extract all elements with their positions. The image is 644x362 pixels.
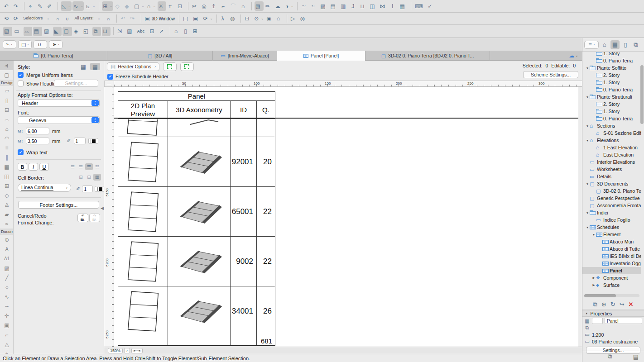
line-tool[interactable]: ╱: [0, 273, 14, 282]
pen-set-icon[interactable]: ✐: [46, 1, 55, 11]
tree-item[interactable]: Assonometria Fronta: [582, 202, 641, 209]
disclosure-icon[interactable]: ▼: [585, 67, 590, 70]
polyline-tool[interactable]: ∿: [0, 292, 14, 301]
pen-weight-input[interactable]: [74, 138, 86, 144]
italic-button[interactable]: I: [29, 163, 38, 171]
selections-label[interactable]: Selection's: [22, 13, 44, 23]
tree-item[interactable]: ▼ Piante Soffitto: [582, 64, 641, 71]
header-options-button[interactable]: ▤ Header Options ›: [107, 62, 159, 71]
document-section-label[interactable]: Docume: [0, 229, 14, 235]
disclosure-icon[interactable]: ▼: [585, 124, 590, 128]
scheme-settings-button[interactable]: Scheme Settings...: [523, 71, 578, 78]
border-color-chip[interactable]: [95, 186, 105, 192]
redo-format-button[interactable]: ↷ B/-: [89, 214, 100, 222]
tree-item[interactable]: Interior Elevations: [582, 158, 641, 166]
tree-item[interactable]: Inventario Ogge: [582, 260, 641, 267]
disclosure-icon[interactable]: ▼: [585, 182, 590, 186]
intersect-icon[interactable]: ✏: [264, 1, 273, 11]
tree-item[interactable]: 0. Piano Terra: [582, 57, 641, 64]
layout-book-icon[interactable]: ▯: [183, 27, 191, 36]
layers-stack-icon[interactable]: ▤: [330, 1, 339, 11]
project-chooser-button[interactable]: ≣ ›: [584, 41, 599, 49]
border-all-icon[interactable]: ▦: [93, 174, 101, 181]
align-left-icon[interactable]: ☰: [69, 163, 77, 170]
panel-id-cell[interactable]: 9002: [231, 237, 257, 286]
fill-empty-icon[interactable]: ▭: [13, 27, 22, 36]
fill-corner-icon[interactable]: ▧: [3, 27, 12, 36]
tree-item[interactable]: 1. Story: [582, 108, 641, 115]
separator[interactable]: [170, 27, 170, 35]
undo-icon[interactable]: ↶: [3, 1, 12, 11]
bold-button[interactable]: B: [18, 163, 27, 171]
separator[interactable]: [116, 14, 117, 23]
document-tab[interactable]: [Imm-Movie-Abaco]: [213, 51, 277, 61]
teamwork-cloud-icon[interactable]: ☁: [569, 52, 574, 59]
panel-id-cell[interactable]: 34001: [231, 286, 257, 336]
slab-tool[interactable]: ⌓: [0, 114, 14, 124]
disclosure-icon[interactable]: ▶: [591, 276, 596, 280]
orbit-icon[interactable]: ⟳ ⌄: [202, 14, 214, 24]
clone-viewpoint-icon[interactable]: ⧉: [593, 301, 597, 308]
check-wand-icon[interactable]: ✓: [427, 1, 435, 11]
layers-lock-icon[interactable]: ∩: [105, 14, 114, 24]
lines-fill-icon[interactable]: ▤: [33, 27, 42, 36]
separator[interactable]: [216, 14, 217, 23]
tree-item[interactable]: Abaco Muri: [582, 238, 641, 245]
roof-tool[interactable]: ⌂: [0, 124, 14, 133]
slope-tool-icon[interactable]: ◺ ⌄: [61, 1, 72, 11]
import-view-icon[interactable]: ↪: [620, 301, 625, 308]
tree-item[interactable]: Details: [582, 173, 641, 180]
headline-settings-button[interactable]: Settings...: [54, 80, 98, 87]
3d-window-button[interactable]: ▣ 3D Window: [144, 14, 176, 24]
drafting-aid-icon[interactable]: ⌖: [27, 1, 36, 11]
border-pen-input[interactable]: [82, 186, 93, 192]
fit-icon[interactable]: ⊡: [177, 1, 185, 11]
font-height-input[interactable]: [26, 128, 49, 134]
trapezoid-fill-icon[interactable]: ⌓: [24, 27, 32, 36]
marquee-fill-icon[interactable]: ▢: [62, 27, 72, 36]
view-redo-icon[interactable]: ↷: [129, 14, 138, 24]
show-headline-checkbox[interactable]: [18, 81, 24, 86]
arrow-tool-button[interactable]: ➤ ›: [49, 40, 62, 49]
vertical-ruler[interactable]: 515052005250: [104, 87, 114, 347]
redo-icon[interactable]: ↷: [13, 1, 21, 11]
circle-tool[interactable]: ○: [0, 282, 14, 292]
label-tool[interactable]: A1: [0, 254, 14, 263]
guide-lines-icon[interactable]: ∿ ⌄: [72, 1, 84, 11]
table-row[interactable]: 92001 20: [118, 137, 275, 187]
tree-horizontal-scrollbar[interactable]: [584, 294, 639, 297]
magnet-button[interactable]: ∪: [34, 40, 47, 49]
trend-icon[interactable]: ↗: [159, 27, 167, 36]
separator[interactable]: [251, 2, 252, 10]
selection-lasso-icon[interactable]: ∪: [64, 14, 72, 24]
separator[interactable]: [179, 14, 179, 23]
name-field[interactable]: Panel: [605, 318, 642, 324]
merge-uniform-checkbox[interactable]: [18, 72, 24, 78]
magic-wand-icon[interactable]: ✳: [158, 1, 166, 11]
home-story-icon[interactable]: ⌂: [173, 27, 182, 36]
column-tool[interactable]: ▯: [0, 95, 14, 105]
perspective-icon[interactable]: ▢: [182, 14, 191, 24]
axonometry-icon[interactable]: ▣: [192, 14, 201, 24]
door-tool[interactable]: ◫: [0, 171, 14, 181]
selection-style-button[interactable]: ⌇ ›: [3, 40, 16, 49]
separator[interactable]: [24, 2, 24, 10]
marquee-tool[interactable]: ▢: [0, 70, 14, 80]
flythrough-icon[interactable]: ▷: [290, 14, 298, 24]
undo-format-button[interactable]: ↶ B/-: [77, 214, 88, 222]
tree-item[interactable]: 2. Story: [582, 71, 641, 79]
schedule-grid-icon[interactable]: ▦: [399, 1, 408, 11]
figure-tool[interactable]: ▣: [0, 320, 14, 330]
border-outline-icon[interactable]: ⊞: [77, 174, 85, 181]
tree-item[interactable]: Worksheets: [582, 166, 641, 173]
ibeam-icon[interactable]: I: [389, 1, 398, 11]
document-tab[interactable]: 3D-02 0. Piano Terra [3D-02 0. Piano T..…: [365, 51, 490, 61]
crop-icon[interactable]: ◱: [82, 27, 91, 36]
text-tool[interactable]: A: [0, 244, 14, 254]
snap-grid-icon[interactable]: ⊞ ⌄: [102, 1, 113, 11]
properties-header[interactable]: ▼ Properties: [582, 310, 644, 317]
photorender-icon[interactable]: ◉: [265, 14, 274, 24]
separator[interactable]: [287, 14, 287, 23]
separator[interactable]: [99, 2, 99, 10]
connect-icon[interactable]: ⋈: [379, 1, 389, 11]
